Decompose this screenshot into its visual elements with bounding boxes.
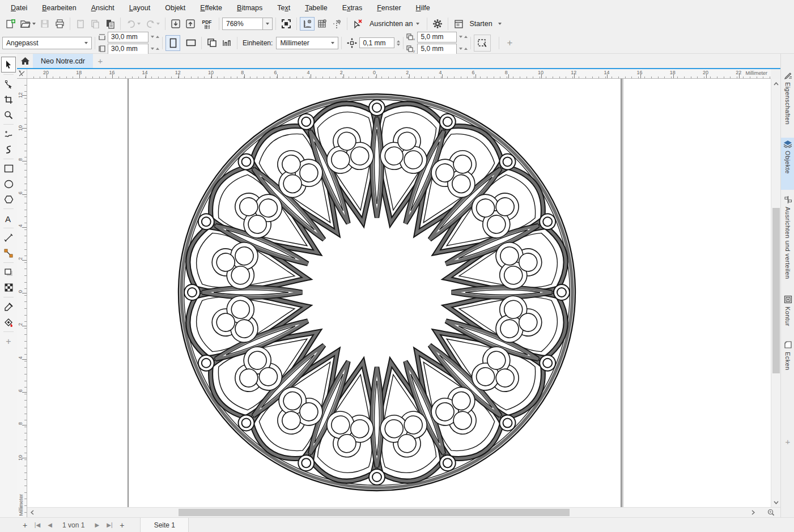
menu-fenster[interactable]: Fenster bbox=[371, 2, 407, 14]
nudge-distance-field[interactable]: 0,1 mm bbox=[359, 37, 394, 48]
align-to-dropdown[interactable]: Ausrichten an bbox=[365, 20, 424, 28]
add-page-after-button[interactable]: + bbox=[116, 521, 128, 530]
horizontal-ruler[interactable]: 20181614121086420246810121416182022Milli… bbox=[27, 69, 771, 79]
menu-bearbeiten[interactable]: Bearbeiten bbox=[36, 2, 82, 14]
new-document-tab-button[interactable]: + bbox=[93, 54, 108, 68]
treat-as-filled-toggle[interactable] bbox=[474, 35, 491, 52]
show-rulers-toggle[interactable] bbox=[300, 17, 315, 31]
duplicate-y-field[interactable]: 5,0 mm bbox=[417, 44, 457, 54]
menu-hilfe[interactable]: Hilfe bbox=[410, 2, 436, 14]
vertical-ruler[interactable]: 121086420246810Millimeter bbox=[17, 79, 27, 517]
page-tab-seite1[interactable]: Seite 1 bbox=[140, 518, 189, 532]
undo-button[interactable] bbox=[124, 17, 143, 31]
scroll-left-arrow[interactable] bbox=[27, 508, 37, 517]
rectangle-tool[interactable] bbox=[1, 161, 16, 176]
duplicate-y-spinner[interactable] bbox=[459, 48, 468, 50]
text-tool[interactable]: A bbox=[1, 211, 16, 226]
import-button[interactable] bbox=[168, 17, 183, 31]
paste-button[interactable] bbox=[73, 17, 88, 31]
portrait-button[interactable] bbox=[165, 35, 180, 51]
paste-special-button[interactable] bbox=[103, 17, 117, 31]
scroll-right-arrow[interactable] bbox=[748, 508, 758, 517]
export-button[interactable] bbox=[183, 17, 198, 31]
units-combo[interactable]: Millimeter bbox=[276, 37, 338, 49]
pan-zoom-icon[interactable] bbox=[766, 508, 776, 517]
vertical-scrollbar[interactable] bbox=[771, 79, 780, 507]
previous-page-button[interactable]: ◀ bbox=[44, 522, 56, 528]
snap-off-icon[interactable] bbox=[350, 17, 365, 31]
duplicate-x-field[interactable]: 5,0 mm bbox=[417, 32, 457, 42]
page-width-field[interactable]: 30,0 mm bbox=[108, 32, 148, 42]
current-page-button[interactable] bbox=[219, 36, 234, 50]
docker-tab-ausrichten[interactable]: Ausrichten und verteilen bbox=[781, 193, 794, 279]
undo-dropdown-arrow[interactable] bbox=[137, 23, 141, 25]
document-tab-active[interactable]: Neo Notre.cdr bbox=[33, 54, 93, 68]
landscape-button[interactable] bbox=[184, 35, 198, 51]
menu-ansicht[interactable]: Ansicht bbox=[85, 2, 121, 14]
menu-text[interactable]: Text bbox=[271, 2, 296, 14]
drop-shadow-tool[interactable] bbox=[1, 265, 16, 280]
color-eyedropper-tool[interactable] bbox=[1, 299, 16, 314]
docker-tab-eigenschaften[interactable]: Eigenschaften bbox=[781, 69, 794, 125]
customize-propbar-button[interactable]: + bbox=[502, 37, 517, 49]
drawing-canvas[interactable] bbox=[27, 79, 771, 507]
add-page-before-button[interactable]: + bbox=[19, 521, 31, 530]
page-height-spinner[interactable] bbox=[151, 48, 159, 50]
shape-tool[interactable] bbox=[1, 76, 16, 92]
polygon-tool[interactable] bbox=[1, 191, 16, 207]
connector-tool[interactable] bbox=[1, 245, 16, 261]
add-docker-button[interactable]: + bbox=[781, 437, 794, 446]
copy-button[interactable] bbox=[88, 17, 103, 31]
zoom-level-dropdown[interactable] bbox=[263, 18, 273, 30]
last-page-button[interactable]: ▶| bbox=[104, 522, 115, 528]
horizontal-scrollbar[interactable] bbox=[27, 507, 780, 517]
duplicate-x-spinner[interactable] bbox=[459, 36, 468, 38]
menu-layout[interactable]: Layout bbox=[123, 2, 157, 14]
menu-datei[interactable]: Datei bbox=[5, 2, 33, 14]
launch-dropdown[interactable]: Starten bbox=[466, 20, 504, 28]
menu-effekte[interactable]: Effekte bbox=[194, 2, 228, 14]
vertical-scroll-thumb[interactable] bbox=[772, 208, 780, 373]
page-preset-combo[interactable]: Angepasst bbox=[2, 37, 92, 49]
new-document-button[interactable] bbox=[3, 17, 18, 31]
customize-toolbox-button[interactable]: + bbox=[1, 334, 16, 349]
open-button[interactable] bbox=[18, 17, 37, 31]
nudge-spinner[interactable] bbox=[397, 40, 400, 46]
freehand-tool[interactable] bbox=[1, 126, 16, 142]
fullscreen-preview-button[interactable] bbox=[279, 17, 294, 31]
horizontal-scroll-thumb[interactable] bbox=[179, 509, 570, 516]
docker-tab-ecken[interactable]: Ecken bbox=[781, 338, 794, 371]
interactive-fill-tool[interactable] bbox=[1, 314, 16, 330]
print-button[interactable] bbox=[52, 17, 67, 31]
menu-bitmaps[interactable]: Bitmaps bbox=[231, 2, 269, 14]
redo-dropdown-arrow[interactable] bbox=[156, 23, 160, 25]
zoom-level-combo[interactable]: 768% bbox=[222, 18, 263, 30]
ruler-origin-corner[interactable] bbox=[17, 69, 27, 79]
rose-window-drawing[interactable] bbox=[173, 88, 581, 496]
menu-objekt[interactable]: Objekt bbox=[159, 2, 192, 14]
publish-pdf-button[interactable]: PDF bbox=[198, 17, 216, 31]
ellipse-tool[interactable] bbox=[1, 176, 16, 191]
transparency-tool[interactable] bbox=[1, 280, 16, 295]
scroll-down-arrow[interactable] bbox=[771, 497, 781, 507]
page-height-field[interactable]: 30,0 mm bbox=[108, 44, 148, 54]
docker-tab-kontur[interactable]: Kontur bbox=[781, 293, 794, 326]
scroll-up-arrow[interactable] bbox=[771, 79, 781, 88]
zoom-tool[interactable] bbox=[1, 107, 16, 122]
welcome-home-tab[interactable] bbox=[17, 54, 33, 68]
dimension-tool[interactable] bbox=[1, 230, 16, 245]
menu-extras[interactable]: Extras bbox=[336, 2, 368, 14]
open-dropdown-arrow[interactable] bbox=[32, 23, 36, 25]
pick-tool[interactable] bbox=[1, 57, 16, 73]
save-button[interactable] bbox=[37, 17, 52, 31]
docker-tab-objekte[interactable]: Objekte bbox=[781, 138, 794, 190]
bezier-pen-tool[interactable] bbox=[1, 142, 16, 157]
redo-button[interactable] bbox=[143, 17, 162, 31]
first-page-button[interactable]: |◀ bbox=[32, 522, 43, 528]
crop-tool[interactable] bbox=[1, 92, 16, 107]
page-width-spinner[interactable] bbox=[151, 36, 159, 38]
show-grid-toggle[interactable] bbox=[315, 17, 329, 31]
menu-tabelle[interactable]: Tabelle bbox=[299, 2, 334, 14]
options-gear-icon[interactable] bbox=[430, 17, 445, 31]
next-page-button[interactable]: ▶ bbox=[91, 522, 103, 528]
